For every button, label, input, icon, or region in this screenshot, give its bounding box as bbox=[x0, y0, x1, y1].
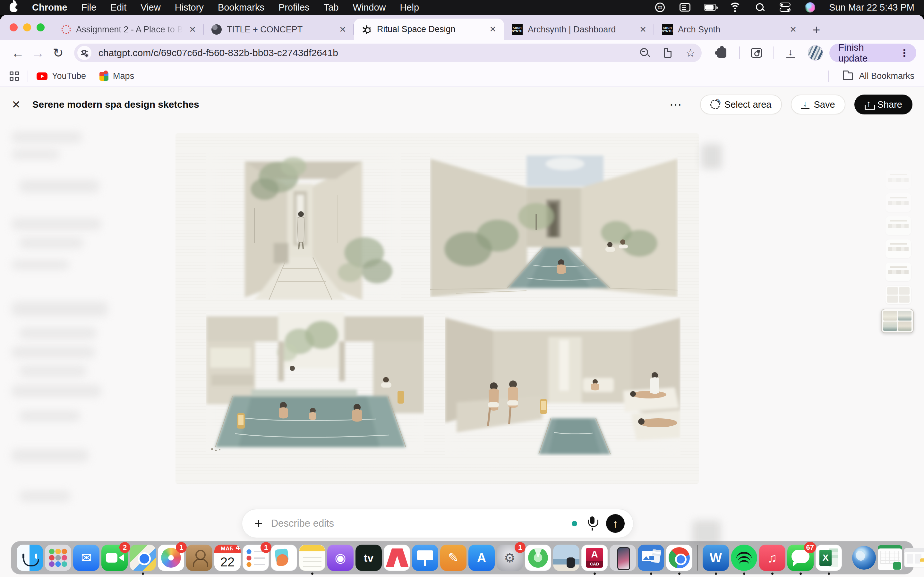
all-bookmarks-button[interactable]: All Bookmarks bbox=[859, 71, 914, 81]
back-button[interactable]: ← bbox=[8, 46, 28, 60]
dock-item-iphone-mirroring[interactable] bbox=[610, 545, 636, 571]
dock-item-news[interactable] bbox=[384, 545, 410, 571]
bookmark-youtube[interactable]: YouTube bbox=[37, 71, 86, 81]
edit-composer[interactable]: + ↑ bbox=[242, 509, 634, 538]
dock-item-notes[interactable] bbox=[299, 545, 325, 571]
tab-ritual-space-design[interactable]: Ritual Space Design✕ bbox=[354, 19, 504, 40]
dock-item-freeform[interactable] bbox=[271, 545, 297, 571]
browser-menu-kebab-icon[interactable]: ⋮ bbox=[900, 47, 909, 59]
control-center-icon[interactable] bbox=[779, 2, 791, 13]
dock-item-excel-window[interactable] bbox=[878, 545, 902, 570]
downloads-icon[interactable]: ↓ bbox=[785, 47, 796, 58]
finish-update-button[interactable]: Finish update ⋮ bbox=[829, 44, 916, 62]
keyboard-manager-icon[interactable] bbox=[679, 2, 691, 13]
tab-close-icon[interactable]: ✕ bbox=[488, 24, 498, 34]
dock-item-word[interactable]: W bbox=[703, 545, 729, 571]
generated-image-canvas[interactable] bbox=[176, 133, 699, 484]
menu-item-edit[interactable]: Edit bbox=[110, 2, 126, 13]
thumbnail-selected[interactable] bbox=[881, 309, 914, 333]
send-button[interactable]: ↑ bbox=[606, 514, 625, 533]
menu-item-window[interactable]: Window bbox=[352, 2, 386, 13]
siri-icon[interactable] bbox=[804, 2, 816, 13]
describe-edits-input[interactable] bbox=[271, 518, 569, 529]
share-button[interactable]: ↑ Share bbox=[855, 95, 913, 114]
select-area-button[interactable]: Select area bbox=[700, 95, 782, 114]
dock-item-photo-documents-app[interactable] bbox=[638, 545, 664, 571]
dock-item-keynote[interactable] bbox=[412, 545, 438, 571]
forward-button[interactable]: → bbox=[28, 46, 48, 60]
zoom-out-icon[interactable] bbox=[640, 48, 650, 58]
tab-assignment-2-a-place-to-ba[interactable]: Assignment 2 - A Place to Ba✕ bbox=[53, 19, 204, 40]
apps-grid-icon[interactable] bbox=[10, 71, 19, 81]
thumbnail[interactable] bbox=[885, 239, 911, 258]
dock-item-chrome[interactable] bbox=[666, 545, 692, 571]
dock-item-music[interactable]: ♫ bbox=[759, 545, 785, 571]
dock-item-contacts[interactable] bbox=[186, 545, 212, 571]
window-close-button[interactable] bbox=[10, 23, 18, 31]
menu-item-profiles[interactable]: Profiles bbox=[278, 2, 310, 13]
thumbnail[interactable] bbox=[885, 170, 911, 189]
dock-item-podcasts[interactable]: ◉ bbox=[327, 545, 354, 571]
dock-item-launchpad[interactable] bbox=[45, 545, 71, 571]
reload-button[interactable]: ↻ bbox=[48, 45, 68, 60]
dock-item-spotify[interactable] bbox=[731, 545, 757, 571]
tab-title-concept[interactable]: TITLE + CONCEPT✕ bbox=[204, 19, 354, 40]
window-minimize-button[interactable] bbox=[23, 23, 31, 31]
dock-item-network-globe[interactable] bbox=[852, 546, 876, 570]
dock-item-ink-photo-app[interactable] bbox=[553, 545, 580, 571]
viewer-close-icon[interactable]: ✕ bbox=[11, 98, 21, 111]
menu-item-history[interactable]: History bbox=[175, 2, 204, 13]
profile-avatar[interactable] bbox=[808, 45, 823, 61]
menu-clock[interactable]: Sun Mar 22 5:43 PM bbox=[829, 2, 914, 13]
apple-logo-icon[interactable] bbox=[10, 3, 18, 12]
dock-item-find-my[interactable] bbox=[525, 545, 551, 571]
reading-mode-icon[interactable] bbox=[664, 48, 672, 58]
thumbnail[interactable] bbox=[885, 193, 911, 212]
microphone-icon[interactable] bbox=[587, 516, 598, 530]
tab-archsynth-dashboard[interactable]: ARCHSYNTHArchsynth | Dashboard✕ bbox=[504, 19, 654, 40]
viewer-more-options-icon[interactable]: ⋯ bbox=[670, 97, 683, 111]
extensions-icon[interactable] bbox=[717, 48, 726, 58]
window-zoom-button[interactable] bbox=[37, 23, 45, 31]
site-info-button[interactable] bbox=[78, 46, 91, 60]
bookmark-star-icon[interactable]: ☆ bbox=[686, 48, 695, 58]
tab-close-icon[interactable]: ✕ bbox=[188, 25, 197, 35]
menu-app-name[interactable]: Chrome bbox=[32, 2, 67, 13]
dock-item-apple-tv[interactable]: tv bbox=[355, 545, 382, 571]
dock-item-app-store[interactable]: A bbox=[468, 545, 495, 571]
menu-item-tab[interactable]: Tab bbox=[324, 2, 339, 13]
tab-close-icon[interactable]: ✕ bbox=[338, 25, 347, 35]
bookmark-maps[interactable]: Maps bbox=[99, 71, 134, 81]
dock-item-maps[interactable] bbox=[129, 545, 156, 571]
menu-item-file[interactable]: File bbox=[81, 2, 97, 13]
dock-item-mail[interactable]: ✉ bbox=[73, 545, 99, 571]
dock-item-system-settings[interactable]: ⚙1 bbox=[497, 545, 523, 571]
dock-item-facetime[interactable]: 2 bbox=[102, 545, 128, 571]
dock-item-photos[interactable]: 1 bbox=[158, 545, 184, 571]
tab-close-icon[interactable]: ✕ bbox=[788, 25, 798, 35]
save-button[interactable]: ↓ Save bbox=[791, 95, 845, 114]
battery-icon[interactable] bbox=[704, 2, 716, 13]
dock-item-excel[interactable]: X bbox=[816, 545, 842, 571]
spotlight-icon[interactable] bbox=[754, 2, 766, 13]
attach-plus-icon[interactable]: + bbox=[254, 516, 263, 532]
tab-search-icon[interactable] bbox=[751, 48, 762, 58]
menu-item-help[interactable]: Help bbox=[400, 2, 419, 13]
thumbnail[interactable] bbox=[885, 263, 911, 281]
new-tab-button[interactable]: + bbox=[804, 23, 820, 40]
dock-item-reminders[interactable]: 1 bbox=[242, 545, 269, 571]
address-bar[interactable]: chatgpt.com/c/69c07c6d-f560-832b-bb03-c2… bbox=[74, 44, 702, 62]
url-text[interactable]: chatgpt.com/c/69c07c6d-f560-832b-bb03-c2… bbox=[99, 47, 640, 58]
dock-item-calendar[interactable]: MAR224 bbox=[214, 545, 241, 571]
thumbnail[interactable] bbox=[885, 285, 911, 304]
dock-item-finder[interactable] bbox=[17, 545, 43, 571]
menu-item-view[interactable]: View bbox=[141, 2, 160, 13]
menu-item-bookmarks[interactable]: Bookmarks bbox=[218, 2, 264, 13]
dock-item-autocad[interactable]: ACAD bbox=[582, 545, 607, 571]
dock-item-messages[interactable]: 67 bbox=[787, 545, 814, 571]
adobe-cc-icon[interactable] bbox=[654, 2, 666, 13]
tab-close-icon[interactable]: ✕ bbox=[638, 25, 648, 35]
dock-item-finder-window[interactable] bbox=[904, 548, 924, 567]
thumbnail[interactable] bbox=[885, 216, 911, 235]
tab-arch-synth[interactable]: ARCHSYNTHArch Synth✕ bbox=[654, 19, 804, 40]
